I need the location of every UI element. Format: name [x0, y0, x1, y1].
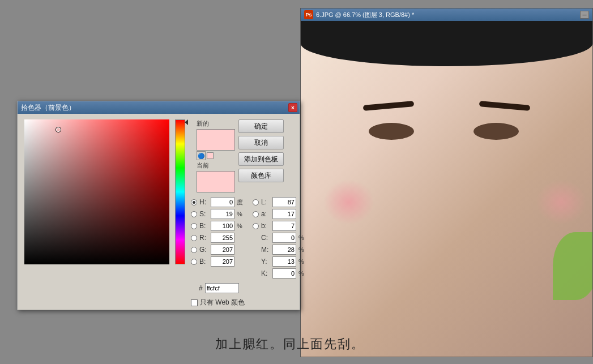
- cp-swatch-new: [197, 129, 235, 151]
- cp-only-web-row: 只有 Web 颜色: [191, 298, 308, 307]
- blush-right: [536, 179, 587, 225]
- cp-title-text: 拾色器（前景色）: [21, 103, 75, 113]
- cp-label-b: B:: [199, 222, 208, 230]
- cp-input-b[interactable]: [211, 221, 234, 231]
- cp-field-h-row: H: 度: [191, 197, 246, 207]
- cp-only-web-label: 只有 Web 颜色: [200, 298, 245, 307]
- cp-swatch-current: [197, 171, 235, 192]
- cp-field-y-row: Y: %: [253, 256, 308, 267]
- face-hair: [301, 21, 592, 66]
- cp-unit-s: %: [237, 211, 246, 217]
- cp-field-b-row: B: %: [191, 221, 246, 231]
- cp-input-g[interactable]: [211, 245, 234, 255]
- cp-input-r[interactable]: [211, 233, 234, 243]
- cp-input-b2[interactable]: [211, 256, 234, 267]
- cp-field-a-row: a:: [253, 209, 308, 219]
- cp-label-c: C:: [261, 234, 270, 242]
- cp-label-k: K:: [261, 269, 270, 277]
- cp-label-h: H:: [199, 198, 208, 206]
- ps-icon: Ps: [304, 10, 313, 19]
- cp-label-b2: B:: [199, 258, 208, 265]
- swatch-new-label: 新的: [197, 119, 235, 128]
- cp-buttons-group: 确定 取消 添加到色板 颜色库: [238, 119, 284, 182]
- cp-fields-left: H: 度 S: % B:: [191, 197, 246, 279]
- cp-input-y[interactable]: [272, 256, 296, 267]
- cp-gradient-cursor: [56, 127, 61, 132]
- cp-unit-y: %: [298, 258, 308, 265]
- cp-field-b3-row: b:: [253, 221, 308, 231]
- cp-right-panel: 新的 🔵 当前 确定 取消 添加到色板 颜色库: [191, 119, 308, 307]
- cp-label-l: L:: [261, 198, 270, 206]
- cp-unit-k: %: [298, 270, 308, 277]
- cp-radio-l[interactable]: [253, 199, 259, 205]
- cp-cancel-button[interactable]: 取消: [238, 136, 284, 149]
- cp-label-g: G:: [199, 246, 208, 254]
- cp-field-r-row: R:: [191, 233, 246, 243]
- eye-right: [473, 123, 519, 140]
- cp-eyedropper-button[interactable]: 🔵: [197, 151, 206, 160]
- cp-field-k-row: K: %: [253, 268, 308, 279]
- cp-field-c-row: C: %: [253, 233, 308, 243]
- cp-field-l-row: L:: [253, 197, 308, 207]
- eye-left: [369, 123, 414, 140]
- cp-unit-h: 度: [237, 198, 246, 207]
- cp-fields-area: H: 度 S: % B:: [191, 197, 308, 279]
- ps-title: 6.JPG @ 66.7% (图层 3, RGB/8#) *: [316, 11, 580, 19]
- cp-input-h[interactable]: [211, 197, 234, 207]
- cp-gradient-inner: [24, 119, 169, 264]
- cp-radio-r[interactable]: [191, 235, 197, 241]
- cp-label-a: a:: [261, 210, 270, 218]
- cp-radio-s[interactable]: [191, 211, 197, 217]
- cp-unit-m: %: [298, 246, 308, 253]
- cp-label-b3: b:: [261, 222, 270, 230]
- ps-content: [301, 21, 592, 357]
- cp-field-s-row: S: %: [191, 209, 246, 219]
- color-picker-dialog: 拾色器（前景色） × 新的 🔵: [17, 101, 300, 310]
- ps-minimize-button[interactable]: ─: [580, 11, 589, 19]
- cp-input-c[interactable]: [272, 233, 296, 243]
- cp-fields-right: L: a: b:: [253, 197, 308, 279]
- cp-label-s: S:: [199, 210, 208, 218]
- ps-titlebar: Ps 6.JPG @ 66.7% (图层 3, RGB/8#) * ─: [301, 8, 592, 21]
- cp-eyedropper-swatch: [207, 152, 214, 159]
- cp-radio-g[interactable]: [191, 247, 197, 253]
- cp-input-l[interactable]: [272, 197, 296, 207]
- ps-image: [301, 21, 592, 357]
- cp-only-web-checkbox[interactable]: [191, 299, 198, 306]
- cp-titlebar: 拾色器（前景色） ×: [18, 101, 300, 114]
- ps-window: Ps 6.JPG @ 66.7% (图层 3, RGB/8#) * ─: [300, 8, 593, 357]
- cp-color-library-button[interactable]: 颜色库: [238, 169, 284, 182]
- cp-field-g-row: G:: [191, 245, 246, 255]
- cp-radio-h[interactable]: [191, 199, 197, 205]
- cp-input-s[interactable]: [211, 209, 234, 219]
- cp-input-a[interactable]: [272, 209, 296, 219]
- cp-gradient-picker[interactable]: [24, 119, 169, 264]
- cp-hex-input[interactable]: [205, 283, 239, 293]
- cp-input-b3[interactable]: [272, 221, 296, 231]
- cp-radio-b2[interactable]: [191, 259, 197, 265]
- swatch-current-label: 当前: [197, 161, 235, 170]
- cp-input-m[interactable]: [272, 245, 296, 255]
- cp-label-m: M:: [261, 246, 270, 254]
- cp-unit-c: %: [298, 234, 308, 241]
- cp-label-r: R:: [199, 234, 208, 242]
- cp-input-k[interactable]: [272, 268, 296, 279]
- blush-left: [323, 179, 374, 225]
- cp-hue-arrow: [185, 119, 188, 125]
- cp-ok-button[interactable]: 确定: [238, 119, 284, 133]
- bottom-annotation-text: 加上腮红。同上面先刮。: [215, 336, 365, 353]
- leaf-decoration: [553, 232, 592, 300]
- cp-hex-row: #: [191, 283, 308, 293]
- cp-add-swatch-button[interactable]: 添加到色板: [238, 152, 284, 166]
- cp-gradient-dark-overlay: [24, 119, 169, 264]
- cp-radio-a[interactable]: [253, 211, 259, 217]
- cp-field-b2-row: B:: [191, 256, 246, 267]
- cp-close-button[interactable]: ×: [288, 103, 297, 112]
- cp-hash-symbol: #: [199, 284, 203, 292]
- cp-unit-b: %: [237, 222, 246, 229]
- cp-label-y: Y:: [261, 258, 270, 265]
- cp-hue-slider[interactable]: [175, 119, 185, 264]
- cp-radio-b[interactable]: [191, 223, 197, 229]
- cp-field-m-row: M: %: [253, 245, 308, 255]
- cp-radio-b3[interactable]: [253, 223, 259, 229]
